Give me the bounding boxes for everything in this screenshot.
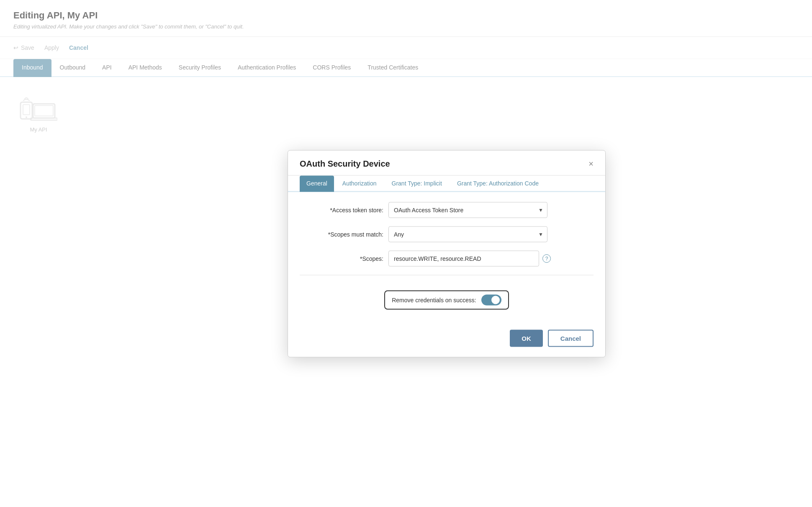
access-token-store-row: *Access token store: OAuth Access Token … (300, 202, 594, 218)
modal-header: OAuth Security Device × (288, 150, 605, 175)
modal-tab-grant-type-auth-code[interactable]: Grant Type: Authorization Code (450, 175, 545, 192)
access-token-store-label: *Access token store: (300, 206, 383, 213)
scopes-row: *Scopes: ? (300, 250, 594, 266)
modal-close-button[interactable]: × (588, 160, 594, 168)
scopes-must-match-select[interactable]: Any All (388, 226, 547, 242)
scopes-help-icon[interactable]: ? (542, 254, 551, 263)
modal-tabs: General Authorization Grant Type: Implic… (288, 175, 605, 192)
modal-separator (300, 275, 594, 275)
access-token-store-wrapper: OAuth Access Token Store ▼ (388, 202, 547, 218)
oauth-security-device-modal: OAuth Security Device × General Authoriz… (288, 150, 606, 328)
modal-title: OAuth Security Device (300, 159, 390, 168)
scopes-label: *Scopes: (300, 255, 383, 262)
remove-credentials-label: Remove credentials on success: (392, 296, 476, 303)
modal-tab-general[interactable]: General (300, 175, 334, 192)
scopes-must-match-wrapper: Any All ▼ (388, 226, 547, 242)
scopes-must-match-row: *Scopes must match: Any All ▼ (300, 226, 594, 242)
modal-body: *Access token store: OAuth Access Token … (288, 192, 605, 323)
toggle-container: Remove credentials on success: (300, 283, 594, 313)
modal-tab-grant-type-implicit[interactable]: Grant Type: Implicit (385, 175, 449, 192)
remove-credentials-toggle[interactable] (481, 294, 501, 305)
scopes-input[interactable] (388, 250, 539, 266)
modal-footer: OK Cancel (288, 323, 605, 328)
scopes-input-wrapper: ? (388, 250, 564, 266)
access-token-store-select[interactable]: OAuth Access Token Store (388, 202, 547, 218)
modal-tab-authorization[interactable]: Authorization (336, 175, 383, 192)
remove-credentials-row: Remove credentials on success: (384, 290, 509, 309)
scopes-must-match-label: *Scopes must match: (300, 231, 383, 237)
toggle-slider (481, 294, 501, 305)
